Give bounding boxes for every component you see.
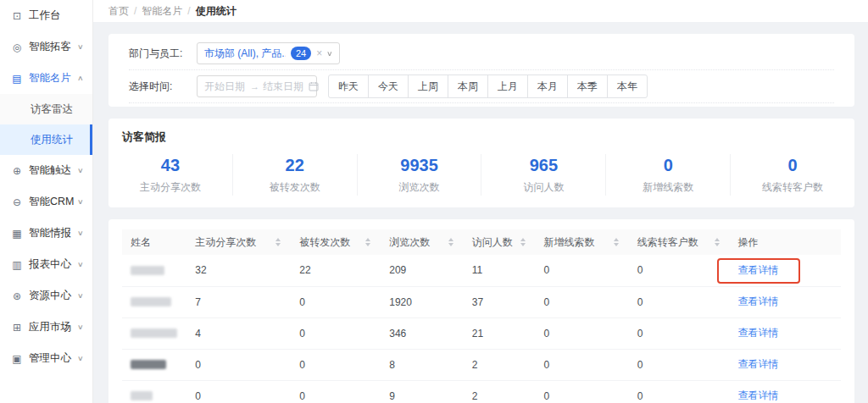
sort-icon[interactable] (447, 236, 455, 248)
chevron-down-icon: ∨ (77, 229, 84, 237)
quick-range-button[interactable]: 昨天 (328, 75, 369, 98)
action-cell: 查看详情 (730, 255, 841, 286)
quick-range-button[interactable]: 本周 (448, 75, 488, 98)
prospecting-icon: ◎ (11, 41, 23, 53)
stat-label: 被转发次数 (233, 180, 357, 195)
value-cell: 0 (536, 286, 629, 317)
quick-range-button[interactable]: 本月 (527, 75, 568, 98)
view-details-link[interactable]: 查看详情 (738, 358, 779, 370)
breadcrumb-item: 使用统计 (196, 5, 236, 17)
column-header: 操作 (730, 229, 841, 255)
column-header[interactable]: 被转发次数 (291, 229, 381, 255)
sidebar-item[interactable]: ⊞应用市场∨ (0, 312, 92, 343)
sidebar-item-label: 智能名片 (29, 71, 71, 86)
department-select[interactable]: 市场部 (All), 产品... 24 × ∨ (197, 42, 340, 64)
clear-icon[interactable]: × (316, 47, 322, 59)
value-cell: 0 (536, 380, 629, 403)
column-header-label: 浏览次数 (389, 235, 430, 250)
end-date-input[interactable] (263, 80, 305, 92)
table-body: 32222091100查看详情7019203700查看详情403462100查看… (122, 255, 841, 403)
breadcrumb-separator: / (187, 5, 190, 17)
column-header[interactable]: 新增线索数 (536, 229, 629, 255)
value-cell: 37 (464, 286, 536, 317)
sidebar-item-label: 资源中心 (29, 289, 71, 303)
sidebar-item[interactable]: ⊛资源中心∨ (0, 280, 92, 312)
crm-icon: ⊖ (11, 196, 23, 208)
department-count-badge: 24 (291, 47, 311, 60)
quick-range-button[interactable]: 今天 (368, 75, 409, 98)
sort-icon[interactable] (519, 236, 527, 248)
sidebar-item[interactable]: ▤智能名片∧ (0, 63, 92, 94)
sidebar-item-label: 应用市场 (29, 320, 71, 334)
stat-block: 43主动分享次数 (108, 154, 232, 196)
sort-asc-icon (275, 238, 281, 241)
stat-block: 22被转发次数 (232, 154, 357, 196)
sidebar-item[interactable]: ⊕智能触达∨ (0, 155, 92, 186)
redacted-name (131, 391, 153, 400)
sort-icon[interactable] (364, 236, 372, 248)
quick-range-button[interactable]: 本季 (567, 75, 608, 98)
column-header[interactable]: 浏览次数 (381, 229, 464, 255)
table-row: 403462100查看详情 (122, 317, 841, 349)
sidebar-item-label: 智能拓客 (29, 40, 71, 54)
chevron-down-icon: ∨ (77, 261, 84, 268)
sidebar-item-label: 报表中心 (29, 257, 71, 272)
name-cell (122, 317, 186, 349)
usage-table-card: 姓名主动分享次数被转发次数浏览次数访问人数新增线索数线索转客户数操作 32222… (108, 219, 854, 403)
column-header[interactable]: 主动分享次数 (186, 229, 291, 255)
column-header[interactable]: 访问人数 (464, 229, 536, 255)
view-details-link[interactable]: 查看详情 (738, 264, 779, 276)
sidebar-item[interactable]: ▣管理中心∨ (0, 343, 92, 374)
intelligence-icon: ▦ (11, 228, 23, 240)
table-row: 7019203700查看详情 (122, 286, 841, 317)
sidebar-item[interactable]: ◎智能拓客∨ (0, 31, 92, 63)
sidebar-item[interactable]: ▥报表中心∨ (0, 249, 92, 280)
view-details-link[interactable]: 查看详情 (738, 389, 779, 401)
quick-range-button[interactable]: 上周 (408, 75, 448, 98)
stats-row: 43主动分享次数22被转发次数9935浏览次数965访问人数0新增线索数0线索转… (108, 154, 854, 196)
name-cell (122, 255, 186, 286)
chevron-up-icon: ∧ (77, 75, 84, 82)
value-cell: 8 (381, 349, 464, 380)
sort-icon[interactable] (612, 236, 620, 248)
quick-range-button[interactable]: 本年 (607, 75, 648, 98)
highlight-annotation-box: 查看详情 (717, 258, 800, 284)
view-details-link[interactable]: 查看详情 (738, 327, 779, 339)
value-cell: 22 (291, 255, 381, 286)
sidebar-subitem[interactable]: 使用统计 (0, 124, 92, 155)
sort-icon[interactable] (713, 236, 721, 248)
time-filter-label: 选择时间: (129, 80, 197, 94)
stat-label: 线索转客户数 (731, 180, 854, 195)
view-details-link[interactable]: 查看详情 (738, 295, 779, 307)
sidebar-item[interactable]: ▦智能情报∨ (0, 218, 92, 249)
value-cell: 0 (629, 349, 730, 380)
main-area: 首页/智能名片/使用统计 部门与员工: 市场部 (All), 产品... 24 … (93, 0, 868, 403)
stat-block: 0新增线索数 (605, 154, 730, 196)
sidebar-subitem[interactable]: 访客雷达 (0, 94, 92, 124)
column-header[interactable]: 线索转客户数 (629, 229, 730, 255)
value-cell: 0 (536, 255, 629, 286)
value-cell: 2 (464, 349, 536, 380)
chevron-down-icon: ∨ (77, 292, 84, 300)
breadcrumb-item[interactable]: 首页 (108, 5, 129, 17)
quick-range-button[interactable]: 上月 (487, 75, 528, 98)
stat-label: 新增线索数 (606, 180, 730, 195)
department-filter-label: 部门与员工: (129, 47, 197, 61)
sort-asc-icon (365, 238, 370, 241)
column-header-label: 主动分享次数 (195, 235, 256, 250)
name-cell (122, 380, 186, 403)
value-cell: 0 (186, 349, 291, 380)
sort-desc-icon (715, 243, 720, 246)
start-date-input[interactable] (204, 80, 247, 92)
breadcrumb-item[interactable]: 智能名片 (142, 5, 182, 17)
calendar-icon (309, 81, 319, 91)
sidebar-item[interactable]: ⊡工作台 (0, 0, 92, 31)
stat-block: 9935浏览次数 (357, 154, 481, 196)
date-range-picker[interactable]: → (197, 75, 317, 97)
sort-icon[interactable] (274, 236, 282, 248)
chevron-down-icon: ∨ (77, 198, 84, 206)
value-cell: 9 (381, 380, 464, 403)
chevron-down-icon[interactable]: ∨ (326, 50, 333, 58)
column-header-label: 线索转客户数 (637, 235, 698, 250)
sidebar-item[interactable]: ⊖智能CRM∨ (0, 186, 92, 218)
